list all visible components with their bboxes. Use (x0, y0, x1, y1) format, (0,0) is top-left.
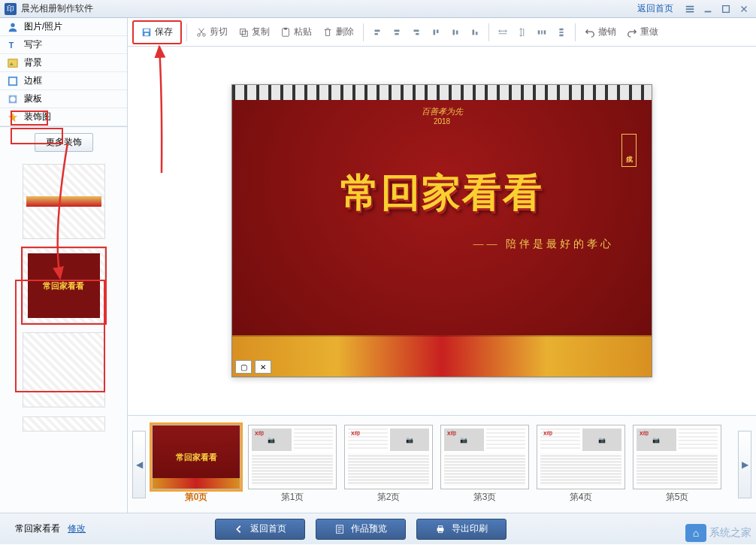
preview-button[interactable]: 作品预览 (316, 519, 406, 540)
align-left-button[interactable] (368, 23, 386, 42)
page-label: 第4页 (570, 491, 593, 504)
modify-link[interactable]: 修改 (68, 522, 86, 535)
distribute-h-button[interactable] (533, 23, 551, 42)
svg-rect-11 (144, 29, 150, 32)
decoration-thumb[interactable]: 常回家看看 (23, 248, 105, 323)
svg-rect-28 (438, 530, 442, 532)
sidebar-item-border[interactable]: 边框 (0, 72, 127, 90)
redo-button[interactable]: 重做 (622, 22, 663, 43)
paste-button[interactable]: 粘贴 (276, 22, 316, 43)
svg-rect-12 (144, 32, 148, 35)
sidebar-item-photos[interactable]: 图片/照片 (0, 18, 127, 36)
close-button[interactable] (736, 3, 751, 15)
copy-button[interactable]: 复制 (234, 22, 274, 43)
preview-label: 作品预览 (351, 522, 387, 535)
page-nav-prev[interactable]: ◀ (132, 431, 146, 498)
decoration-thumb[interactable] (23, 332, 105, 407)
redo-icon (627, 27, 637, 38)
minimize-button[interactable] (700, 3, 715, 15)
sidebar-label: 写字 (24, 38, 42, 51)
project-name: 常回家看看 (15, 522, 60, 535)
text-icon: T (8, 40, 18, 50)
more-decoration-button[interactable]: 更多装饰 (35, 133, 93, 152)
calendar-seal: 戊戌年 (621, 134, 637, 167)
page-strip: ◀ 常回家看看 第0页 X印📷 第1页 X印📷 第2页 X印📷 第3页 (128, 415, 756, 513)
align-right-button[interactable] (407, 23, 425, 42)
person-icon (8, 22, 18, 32)
maximize-button[interactable] (718, 3, 733, 15)
page-item-3[interactable]: X印📷 第3页 (440, 425, 529, 504)
svg-rect-27 (438, 525, 442, 528)
border-icon (8, 76, 18, 86)
page-thumb: X印📷 (537, 425, 625, 489)
copy-icon (238, 27, 249, 38)
title-bar: 印 晨光相册制作软件 返回首页 (0, 0, 756, 18)
align-top-button[interactable] (427, 23, 445, 42)
svg-rect-0 (705, 11, 712, 12)
svg-point-2 (11, 23, 14, 26)
page-tool-delete[interactable]: ✕ (255, 360, 271, 374)
canvas-area[interactable]: 百善孝为先 2018 戊戌年 常回家看看 —— 陪伴是最好的孝心 ▢ ✕ (128, 47, 756, 415)
svg-marker-9 (8, 112, 17, 121)
sidebar-item-decoration[interactable]: 装饰图 (0, 108, 127, 126)
sidebar-label: 装饰图 (24, 111, 51, 123)
svg-rect-1 (723, 5, 730, 12)
page-item-0[interactable]: 常回家看看 第0页 (152, 425, 240, 504)
page-label: 第3页 (473, 491, 497, 504)
settings-dropdown-button[interactable] (682, 3, 697, 15)
home-link[interactable]: 返回首页 (637, 2, 673, 15)
print-icon (435, 524, 446, 534)
paste-icon (280, 27, 291, 38)
page-nav-next[interactable]: ▶ (738, 431, 751, 498)
same-width-button[interactable] (494, 23, 512, 42)
sidebar-item-text[interactable]: T 写字 (0, 36, 127, 54)
undo-label: 撤销 (598, 26, 616, 38)
page-label: 第2页 (377, 491, 401, 504)
svg-rect-6 (9, 77, 17, 85)
page-thumb: X印📷 (440, 425, 529, 489)
page-item-5[interactable]: X印📷 第5页 (633, 425, 721, 504)
back-home-button[interactable]: 返回首页 (215, 519, 305, 540)
save-icon (141, 27, 152, 38)
flowers-decoration (232, 335, 652, 377)
distribute-v-button[interactable] (552, 23, 570, 42)
page-item-1[interactable]: X印📷 第1页 (248, 425, 337, 504)
page-scroll[interactable]: 常回家看看 第0页 X印📷 第1页 X印📷 第2页 X印📷 第3页 X印📷 (149, 422, 735, 507)
page-label: 第5页 (666, 491, 689, 504)
calendar-page[interactable]: 百善孝为先 2018 戊戌年 常回家看看 —— 陪伴是最好的孝心 ▢ ✕ (231, 84, 652, 377)
save-label: 保存 (155, 26, 173, 38)
svg-text:T: T (9, 40, 14, 49)
svg-rect-22 (559, 28, 563, 30)
svg-rect-18 (284, 27, 287, 29)
svg-rect-21 (544, 30, 546, 34)
decoration-list[interactable]: 常回家看看 (0, 158, 127, 513)
cut-button[interactable]: 剪切 (192, 22, 232, 43)
paste-label: 粘贴 (294, 26, 312, 38)
app-icon: 印 (5, 3, 17, 15)
sidebar-item-mask[interactable]: 蒙板 (0, 90, 127, 108)
page-tool-expand[interactable]: ▢ (235, 360, 252, 374)
export-label: 导出印刷 (452, 522, 488, 535)
export-button[interactable]: 导出印刷 (416, 519, 507, 540)
copy-label: 复制 (252, 26, 270, 38)
align-center-v-button[interactable] (446, 23, 464, 42)
same-height-button[interactable] (513, 23, 531, 42)
app-title: 晨光相册制作软件 (21, 2, 637, 15)
scissors-icon (196, 27, 207, 38)
save-button[interactable]: 保存 (132, 20, 182, 44)
calendar-year: 2018 (232, 117, 652, 126)
delete-button[interactable]: 删除 (318, 22, 358, 43)
calendar-main-text[interactable]: 常回家看看 (232, 167, 652, 220)
main-area: 保存 剪切 复制 粘贴 删除 (128, 18, 756, 513)
align-center-h-button[interactable] (388, 23, 406, 42)
page-thumb: X印📷 (344, 425, 433, 489)
page-item-2[interactable]: X印📷 第2页 (344, 425, 433, 504)
decoration-thumb[interactable] (23, 416, 105, 431)
sidebar-item-background[interactable]: 背景 (0, 54, 127, 72)
spiral-binding (232, 85, 652, 100)
decoration-thumb[interactable] (23, 164, 105, 239)
page-item-4[interactable]: X印📷 第4页 (537, 425, 625, 504)
align-bottom-button[interactable] (466, 23, 484, 42)
back-home-label: 返回首页 (250, 522, 286, 535)
undo-button[interactable]: 撤销 (580, 22, 621, 43)
